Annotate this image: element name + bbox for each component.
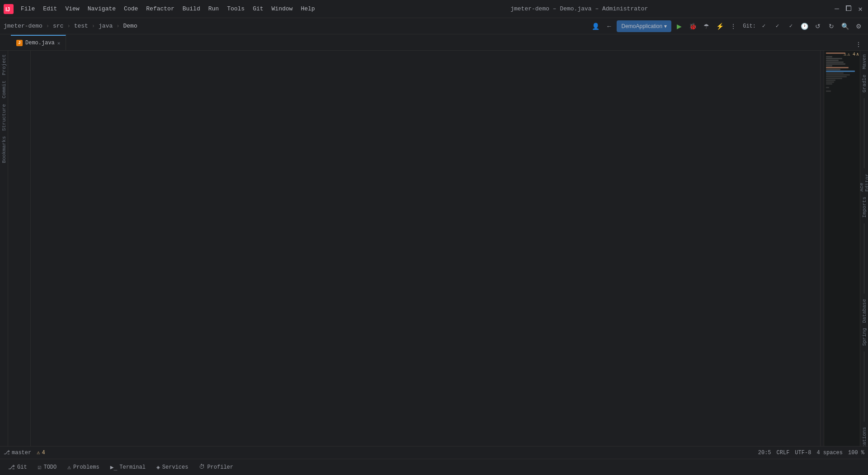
- git-undo[interactable]: ↺: [812, 20, 824, 32]
- sidebar-label-maven[interactable]: Maven: [861, 52, 868, 71]
- git-section: Git: ✓ ✓ ✓ 🕐 ↺ ↻: [743, 20, 837, 32]
- services-tab-label: Services: [162, 464, 189, 470]
- menu-file[interactable]: File: [17, 4, 38, 14]
- code-editor[interactable]: ⚠ ⚠ 4 ∧: [8, 51, 860, 475]
- tab-close-button[interactable]: ✕: [57, 40, 61, 46]
- menu-navigate[interactable]: Navigate: [84, 4, 119, 14]
- svg-text:IJ: IJ: [5, 6, 10, 13]
- bottom-tab-git[interactable]: ⎇ Git: [4, 461, 32, 474]
- menu-tools[interactable]: Tools: [223, 4, 248, 14]
- breadcrumb-project[interactable]: jmeter-demo: [4, 23, 42, 29]
- menu-git[interactable]: Git: [249, 4, 267, 14]
- sidebar-label-structure[interactable]: Structure: [0, 102, 8, 133]
- todo-tab-label: TODO: [43, 464, 57, 470]
- sidebar-label-database[interactable]: Database: [861, 297, 868, 325]
- status-indent[interactable]: 4 spaces: [816, 450, 843, 456]
- tabs-bar: J Demo.java ✕ ⋮: [0, 34, 868, 51]
- status-line-ending[interactable]: CRLF: [777, 450, 790, 456]
- sidebar-label-imports[interactable]: Imports: [861, 195, 868, 219]
- sidebar-label-bookmarks[interactable]: Bookmarks: [0, 134, 8, 165]
- back-button[interactable]: ←: [603, 20, 615, 32]
- vertical-scrollbar[interactable]: [820, 51, 824, 475]
- menu-edit[interactable]: Edit: [39, 4, 61, 14]
- sidebar-separator-3: [864, 352, 864, 422]
- sidebar-label-commit[interactable]: Commit: [0, 79, 8, 100]
- nav-bar: jmeter-demo › src › test › java › Demo 👤…: [0, 18, 868, 34]
- status-encoding[interactable]: UTF-8: [795, 450, 811, 456]
- status-warning-count: 4: [42, 450, 45, 456]
- breadcrumb-test[interactable]: test: [74, 23, 88, 29]
- status-warning-icon: ⚠: [37, 449, 40, 456]
- git-checkmark3[interactable]: ✓: [785, 20, 797, 32]
- run-config-dropdown[interactable]: DemoApplication ▾: [617, 20, 671, 32]
- bottom-tab-profiler[interactable]: ⏱ Profiler: [194, 461, 238, 474]
- todo-tab-icon: ☑: [38, 464, 42, 471]
- right-sidebar-labels: Maven Gradle Ace Editor Imports Database…: [860, 51, 868, 475]
- breadcrumb-java[interactable]: java: [99, 23, 113, 29]
- bottom-tab-terminal[interactable]: ▶_ Terminal: [106, 461, 150, 474]
- minimap-expand-icon: ∧: [856, 52, 859, 57]
- breadcrumb-sep-1: ›: [46, 23, 49, 29]
- bottom-tab-todo[interactable]: ☑ TODO: [33, 461, 61, 474]
- window-controls: — ⧠ ✕: [833, 5, 864, 13]
- git-label: Git:: [743, 23, 756, 29]
- menu-view[interactable]: View: [61, 4, 83, 14]
- breadcrumb-demo[interactable]: Demo: [123, 23, 137, 29]
- menu-bar: File Edit View Navigate Code Refactor Bu…: [17, 4, 319, 14]
- maximize-button[interactable]: ⧠: [844, 5, 853, 13]
- more-run-button[interactable]: ⋮: [727, 20, 739, 32]
- tabs-more-button[interactable]: ⋮: [853, 38, 864, 50]
- menu-run[interactable]: Run: [205, 4, 222, 14]
- menu-code[interactable]: Code: [120, 4, 142, 14]
- code-content[interactable]: [31, 51, 820, 475]
- app-logo: IJ: [4, 4, 14, 14]
- bottom-tab-problems[interactable]: ⚠ Problems: [63, 461, 104, 474]
- problems-tab-icon: ⚠: [67, 464, 71, 471]
- sidebar-label-gradle[interactable]: Gradle: [861, 73, 868, 95]
- window-title: jmeter-demo – Demo.java – Administrator: [326, 5, 833, 12]
- menu-window[interactable]: Window: [268, 4, 297, 14]
- profile-icon-button[interactable]: 👤: [590, 20, 601, 32]
- minimize-button[interactable]: —: [833, 5, 841, 13]
- profile-button[interactable]: ⚡: [714, 20, 726, 32]
- sidebar-separator-2: [864, 223, 864, 294]
- breadcrumb-src[interactable]: src: [53, 23, 63, 29]
- sidebar-label-spring[interactable]: Spring: [861, 326, 868, 348]
- git-branch-name: master: [12, 450, 31, 456]
- status-right-section: 20:5 CRLF UTF-8 4 spaces 100 %: [758, 450, 864, 456]
- status-cursor-position[interactable]: 20:5: [758, 450, 771, 456]
- git-time[interactable]: 🕐: [798, 20, 810, 32]
- git-checkmark1[interactable]: ✓: [758, 20, 769, 32]
- settings-button[interactable]: ⚙: [853, 20, 864, 32]
- sidebar-label-project[interactable]: Project: [0, 52, 8, 77]
- menu-build[interactable]: Build: [179, 4, 204, 14]
- profiler-tab-icon: ⏱: [199, 464, 205, 470]
- profiler-tab-label: Profiler: [207, 464, 233, 470]
- minimap-content: [824, 51, 860, 96]
- run-button[interactable]: ▶: [673, 20, 685, 32]
- warning-icon: ⚠: [844, 52, 846, 57]
- menu-help[interactable]: Help: [297, 4, 318, 14]
- close-button[interactable]: ✕: [856, 5, 864, 13]
- tab-label: Demo.java: [25, 40, 55, 46]
- terminal-tab-icon: ▶_: [110, 464, 118, 470]
- tab-demo-java[interactable]: J Demo.java ✕: [11, 35, 66, 50]
- git-redo[interactable]: ↻: [826, 20, 837, 32]
- sidebar-label-ace-editor[interactable]: Ace Editor: [860, 172, 868, 194]
- sidebar-separator-1: [864, 98, 864, 168]
- git-branch-icon: ⎇: [4, 449, 10, 456]
- bottom-tab-services[interactable]: ◈ Services: [152, 461, 193, 474]
- git-tab-icon: ⎇: [8, 464, 15, 471]
- run-configuration: 👤 ← DemoApplication ▾ ▶ 🐞 ☂ ⚡ ⋮ Git: ✓ ✓…: [590, 20, 864, 32]
- status-git-icon[interactable]: ⎇ master: [4, 449, 31, 456]
- git-tab-label: Git: [17, 464, 27, 470]
- coverage-button[interactable]: ☂: [700, 20, 712, 32]
- debug-button[interactable]: 🐞: [687, 20, 698, 32]
- git-checkmark2[interactable]: ✓: [771, 20, 783, 32]
- menu-refactor[interactable]: Refactor: [142, 4, 178, 14]
- minimap[interactable]: ⚠ ⚠ 4 ∧: [824, 51, 860, 475]
- minimap-warning[interactable]: ⚠ ⚠ 4 ∧: [844, 52, 859, 57]
- services-tab-icon: ◈: [156, 464, 160, 471]
- status-warnings[interactable]: ⚠ 4: [37, 449, 45, 456]
- search-button[interactable]: 🔍: [839, 20, 851, 32]
